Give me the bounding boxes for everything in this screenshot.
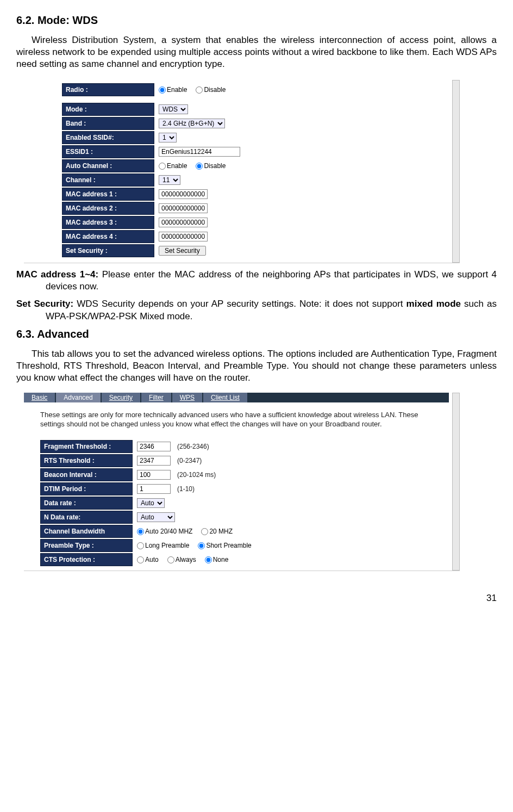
label-preamble: Preamble Type : <box>40 539 133 552</box>
input-dtim[interactable] <box>137 484 171 494</box>
chbw-auto[interactable]: Auto 20/40 MHZ <box>137 528 192 535</box>
tab-basic[interactable]: Basic <box>24 393 55 402</box>
label-data-rate: Data rate : <box>40 497 133 510</box>
label-autochannel: Auto Channel : <box>62 159 154 172</box>
label-band: Band : <box>62 117 154 130</box>
select-band[interactable]: 2.4 GHz (B+G+N) <box>159 119 225 128</box>
label-mac4: MAC address 4 : <box>62 230 154 243</box>
set-security-button[interactable]: Set Security <box>159 246 206 256</box>
preamble-long[interactable]: Long Preamble <box>137 542 189 549</box>
range-beacon: (20-1024 ms) <box>177 471 216 479</box>
select-channel[interactable]: 11 <box>159 175 180 185</box>
label-beacon-interval: Beacon Interval : <box>40 468 133 481</box>
autoch-enable[interactable]: Enable <box>159 162 187 170</box>
label-fragment-threshold: Fragment Threshold : <box>40 440 133 453</box>
tab-security[interactable]: Security <box>102 393 140 402</box>
range-rts: (0-2347) <box>177 457 202 464</box>
label-mac3: MAC address 3 : <box>62 216 154 229</box>
select-enabled-ssid[interactable]: 1 <box>159 133 177 142</box>
advanced-config-screenshot: Basic Advanced Security Filter WPS Clien… <box>24 393 460 571</box>
label-cts: CTS Protection : <box>40 553 133 566</box>
wds-config-screenshot: Radio : Enable Disable Mode : WDS Band :… <box>24 80 460 263</box>
autoch-disable[interactable]: Disable <box>196 162 226 170</box>
page-number: 31 <box>16 593 497 604</box>
radio-disable[interactable]: Disable <box>196 86 226 94</box>
label-essid1: ESSID1 : <box>62 145 154 158</box>
tab-wps[interactable]: WPS <box>172 393 202 402</box>
section-heading-63: 6.3. Advanced <box>16 328 497 340</box>
input-rts-threshold[interactable] <box>137 456 171 466</box>
label-rts-threshold: RTS Threshold : <box>40 454 133 467</box>
input-mac2[interactable] <box>159 203 208 213</box>
label-dtim: DTIM Period : <box>40 482 133 495</box>
range-fragment: (256-2346) <box>177 443 209 450</box>
label-set-security: Set Security : <box>62 244 154 257</box>
input-essid1[interactable] <box>159 147 240 157</box>
tab-filter[interactable]: Filter <box>141 393 171 402</box>
select-data-rate[interactable]: Auto <box>137 498 165 508</box>
cts-always[interactable]: Always <box>167 556 196 563</box>
label-mode: Mode : <box>62 103 154 116</box>
radio-enable[interactable]: Enable <box>159 86 187 94</box>
advanced-note-text: These settings are only for more technic… <box>40 402 427 439</box>
label-mac1: MAC address 1 : <box>62 188 154 201</box>
tabs-bar: Basic Advanced Security Filter WPS Clien… <box>24 393 449 402</box>
label-channel-bandwidth: Channel Bandwidth <box>40 525 133 538</box>
input-fragment-threshold[interactable] <box>137 442 171 451</box>
section-heading-62: 6.2. Mode: WDS <box>16 14 497 27</box>
cts-auto[interactable]: Auto <box>137 556 159 563</box>
label-n-data-rate: N Data rate: <box>40 511 133 524</box>
tab-advanced[interactable]: Advanced <box>56 393 100 402</box>
tab-client-list[interactable]: Client List <box>203 393 247 402</box>
section-63-intro: This tab allows you to set the advanced … <box>16 348 497 384</box>
select-mode[interactable]: WDS <box>159 104 188 114</box>
note-mac-addresses: MAC address 1~4: Please enter the MAC ad… <box>16 269 497 293</box>
label-enabled-ssid: Enabled SSID#: <box>62 131 154 144</box>
cts-none[interactable]: None <box>205 556 229 563</box>
label-radio: Radio : <box>62 83 154 96</box>
input-beacon-interval[interactable] <box>137 470 171 480</box>
label-channel: Channel : <box>62 173 154 187</box>
label-mac2: MAC address 2 : <box>62 202 154 215</box>
note-set-security: Set Security: WDS Security depends on yo… <box>16 298 497 322</box>
range-dtim: (1-10) <box>177 485 195 493</box>
section-62-intro: Wireless Distribution System, a system t… <box>16 34 497 70</box>
chbw-20[interactable]: 20 MHZ <box>201 528 233 535</box>
input-mac3[interactable] <box>159 218 208 227</box>
preamble-short[interactable]: Short Preamble <box>198 542 251 549</box>
input-mac1[interactable] <box>159 189 208 199</box>
select-n-data-rate[interactable]: Auto <box>137 512 175 522</box>
input-mac4[interactable] <box>159 232 208 241</box>
